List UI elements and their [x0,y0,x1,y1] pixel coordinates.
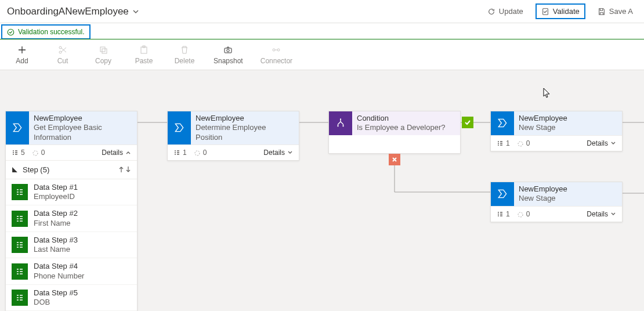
connector-line [622,192,644,194]
timer-icon [517,211,524,218]
stage-bar: 5 0 Details [6,144,137,160]
step-name: Data Step #5 [34,288,78,298]
svg-point-2 [59,51,61,53]
details-toggle[interactable]: Details [102,149,131,157]
connector-line [138,121,168,124]
cut-button[interactable]: Cut [51,45,74,65]
paste-icon [139,45,149,55]
step-row[interactable]: Data Step #5DOB [6,285,137,311]
update-button[interactable]: Update [483,4,527,19]
details-toggle[interactable]: Details [587,210,616,218]
details-toggle[interactable]: Details [587,139,616,147]
stage-card[interactable]: NewEmployee Get Employee Basic Informati… [5,111,138,311]
stage-icon [491,182,514,206]
add-label: Add [16,57,28,65]
x-icon [392,157,397,162]
svg-point-21 [342,125,343,126]
step-field: Phone Number [34,272,84,281]
flow-title-text: OnboardingANewEmployee [7,6,129,17]
step-field: First Name [34,219,78,228]
step-row[interactable]: Data Step #4Phone Number [6,258,137,285]
step-row[interactable]: Data Step #1EmployeeID [6,179,137,206]
svg-point-17 [33,151,38,156]
clipboard-check-icon [541,8,549,16]
stage-name: Get Employee Basic Information [34,123,132,142]
stage-card[interactable]: NewEmployee New Stage 1 0 Details [490,111,623,151]
flow-title[interactable]: OnboardingANewEmployee [7,6,139,17]
copy-button[interactable]: Copy [92,45,115,65]
chevron-down-icon [132,8,139,15]
step-field: EmployeeID [34,192,78,201]
chevron-down-icon [287,150,293,156]
arrow-down-icon [125,166,131,173]
sort-control[interactable] [118,166,131,173]
condition-icon [329,111,352,135]
toolbar: Add Cut Copy Paste Delete Snapshot Conne… [0,39,644,70]
scissors-icon [58,45,67,55]
paste-label: Paste [135,57,153,65]
validate-button[interactable]: Validate [536,3,585,19]
condition-yes-badge [462,117,473,128]
stage-name: New Stage [519,194,567,203]
condition-no-badge [389,154,400,165]
stage-step-count: 5 [12,149,25,157]
chevron-down-icon [610,211,616,217]
save-button[interactable]: Save A [594,4,637,19]
stage-bar: 1 0 Details [168,144,299,160]
list-icon [12,149,19,156]
refresh-icon [487,8,495,16]
stage-header: NewEmployee New Stage [491,182,622,206]
stage-duration: 0 [517,139,530,147]
stage-card[interactable]: NewEmployee Determine Employee Position … [167,111,299,161]
add-button[interactable]: Add [10,45,34,65]
stage-entity: NewEmployee [519,185,567,194]
connector-elbow [394,155,493,196]
stage-duration: 0 [194,149,207,157]
timer-icon [517,140,524,147]
svg-point-18 [195,151,200,156]
stage-icon [491,111,514,135]
svg-point-20 [337,125,338,126]
stage-card[interactable]: NewEmployee New Stage 1 0 Details [490,182,623,222]
step-field: Last Name [34,245,78,254]
snapshot-button[interactable]: Snapshot [214,45,243,65]
stage-name: Determine Employee Position [196,123,294,142]
connector-button[interactable]: Connector [261,45,292,65]
save-icon [598,8,606,16]
svg-point-3 [59,46,61,49]
details-toggle[interactable]: Details [263,149,293,157]
step-name: Data Step #2 [34,209,78,218]
stage-titles: NewEmployee Get Employee Basic Informati… [29,111,137,144]
step-row[interactable]: Data Step #3Last Name [6,232,137,259]
condition-card[interactable]: Condition Is Employee a Developer? [328,111,461,154]
list-icon [497,140,504,147]
stage-bar: 1 0 Details [491,206,622,222]
stage-entity: NewEmployee [196,114,294,123]
svg-rect-4 [100,47,105,52]
connector-line [299,121,328,124]
data-step-icon [12,290,28,306]
delete-button[interactable]: Delete [173,45,196,65]
connector-icon [272,45,281,55]
paste-button[interactable]: Paste [132,45,155,65]
svg-point-23 [518,212,523,217]
step-row[interactable]: Data Step #2First Name [6,205,137,232]
svg-point-10 [273,49,275,51]
data-step-icon [12,184,28,200]
stage-entity: NewEmployee [519,114,567,123]
stage-header: NewEmployee New Stage [491,111,622,135]
stage-titles: NewEmployee Determine Employee Position [191,111,299,144]
chevron-up-icon [125,150,131,156]
validate-label: Validate [553,7,580,16]
condition-label: Condition [357,114,445,123]
delete-label: Delete [175,57,195,65]
condition-header: Condition Is Employee a Developer? [329,111,460,135]
svg-rect-0 [542,8,548,15]
stage-duration: 0 [32,149,45,157]
stage-step-count: 1 [173,149,187,157]
timer-icon [32,149,39,156]
condition-question: Is Employee a Developer? [357,123,445,132]
update-label: Update [499,7,523,16]
check-circle-icon [7,28,15,36]
process-canvas[interactable]: NewEmployee Get Employee Basic Informati… [0,70,644,311]
